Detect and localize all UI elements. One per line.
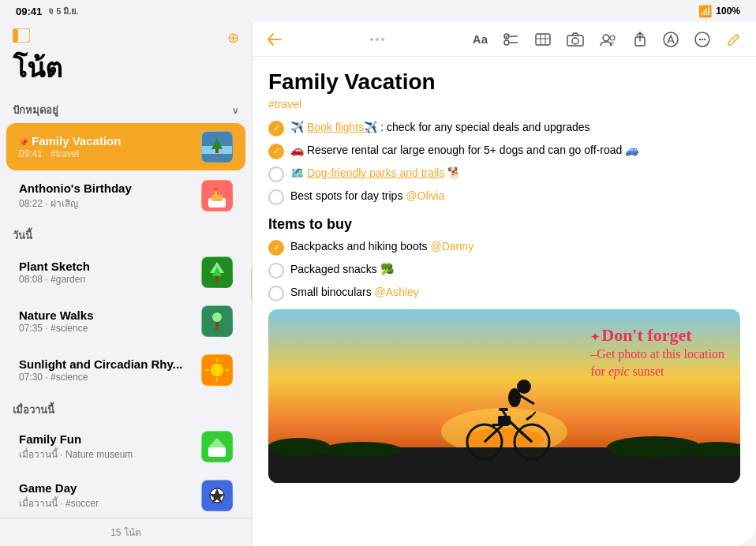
svg-point-20 — [211, 364, 223, 376]
section-pinned-header: ปักหมุดอยู่ ∨ — [0, 95, 252, 122]
note-name: 📌Family Vacation — [19, 134, 193, 148]
note-item-nature-walks[interactable]: Nature Walks 07:35 · #science — [6, 297, 245, 345]
time: 09:41 — [16, 6, 42, 17]
note-meta: 08:22 · ฝาเสิญ — [19, 196, 193, 211]
note-name: Game Day — [19, 481, 193, 495]
parks-trails-link[interactable]: Dog-friendly parks and trails — [307, 166, 444, 179]
section-today-header: วันนี้ — [0, 221, 252, 247]
note-title: Family Vacation — [268, 69, 740, 95]
note-name: Sunlight and Circadian Rhy... — [19, 357, 193, 371]
handwritten-line2: –Get photo at this locationfor epic suns… — [590, 346, 724, 381]
note-meta: 09:41 · #travel — [19, 148, 193, 159]
buy-item-3: Small binoculars @Ashley — [268, 285, 740, 301]
checklist-item-3: 🗺️ Dog-friendly parks and trails 🐕 — [268, 166, 740, 182]
note-tag: #travel — [268, 98, 740, 110]
note-meta: เมื่อวานนี้ · Nature museum — [19, 447, 193, 462]
markup-button[interactable] — [660, 30, 682, 49]
sidebar-toggle-button[interactable] — [13, 28, 30, 47]
note-info: Family Fun เมื่อวานนี้ · Nature museum — [19, 432, 193, 462]
note-item-birthday[interactable]: Anthonio's Birthday 08:22 · ฝาเสิญ — [6, 172, 245, 219]
note-item-family-fun[interactable]: Family Fun เมื่อวานนี้ · Nature museum — [6, 423, 245, 470]
checklist-text-3: 🗺️ Dog-friendly parks and trails 🐕 — [290, 166, 740, 181]
checkbox-3[interactable] — [268, 166, 284, 182]
note-info: Nature Walks 07:35 · #science — [19, 309, 193, 334]
checkbox-1[interactable]: ✓ — [268, 121, 284, 136]
svg-rect-15 — [215, 276, 219, 282]
table-button[interactable] — [532, 31, 554, 48]
toolbar-center-dots — [370, 38, 384, 41]
section-today-label: วันนี้ — [13, 227, 32, 244]
note-item-game-day[interactable]: Game Day เมื่อวานนี้ · #soccer — [6, 472, 245, 518]
note-info: Anthonio's Birthday 08:22 · ฝาเสิญ — [19, 181, 193, 211]
mention-button[interactable] — [597, 31, 620, 48]
toolbar-right: Aa — [470, 30, 745, 49]
svg-point-11 — [215, 188, 218, 191]
back-arrow-button[interactable] — [264, 31, 286, 48]
note-thumbnail — [201, 480, 233, 511]
pin-icon: 📌 — [19, 138, 28, 147]
checkbox-2[interactable]: ✓ — [268, 144, 284, 159]
sidebar-scroll[interactable]: ปักหมุดอยู่ ∨ 📌Family Vacation 09:41 · #… — [0, 95, 252, 518]
note-info: Game Day เมื่อวานนี้ · #soccer — [19, 481, 193, 510]
main-layout: ⊕ โน้ต ปักหมุดอยู่ ∨ 📌Family Vacation 09 — [0, 22, 756, 546]
section-yesterday-label: เมื่อวานนี้ — [13, 402, 54, 418]
note-meta: 07:30 · #science — [19, 372, 193, 383]
sidebar: ⊕ โน้ต ปักหมุดอยู่ ∨ 📌Family Vacation 09 — [0, 22, 253, 546]
note-info: 📌Family Vacation 09:41 · #travel — [19, 134, 193, 159]
toolbar-left — [264, 31, 286, 48]
checklist-item-2: ✓ 🚗 Reserve rental car large enough for … — [268, 143, 740, 159]
checklist-item-1: ✓ ✈️ Book flights✈️ : check for any spec… — [268, 120, 740, 136]
handwritten-annotation: ✦Don't forget –Get photo at this locatio… — [590, 325, 724, 381]
battery-icon: 100% — [716, 6, 740, 17]
book-flights-link[interactable]: Book flights✈️ — [307, 121, 377, 133]
status-bar: 09:41 จ 5 มิ.ย. 📶 100% — [0, 0, 756, 22]
checklist-button[interactable] — [500, 31, 522, 48]
more-options-button[interactable] — [691, 30, 713, 49]
svg-point-56 — [268, 438, 331, 457]
note-thumbnail — [201, 305, 233, 337]
share-button[interactable] — [630, 30, 650, 49]
date: จ — [48, 4, 53, 18]
note-item-family-vacation[interactable]: 📌Family Vacation 09:41 · #travel — [6, 123, 245, 170]
checklist-text-4: Best spots for day trips @Olivia — [290, 189, 740, 204]
note-meta: 08:08 · #garden — [19, 274, 193, 285]
note-thumbnail — [201, 354, 233, 386]
note-item-sunlight[interactable]: Sunlight and Circadian Rhy... 07:30 · #s… — [6, 346, 245, 394]
sidebar-footer: 15 โน้ต — [0, 518, 252, 546]
buy-checkbox-1[interactable]: ✓ — [268, 240, 284, 256]
checkbox-4[interactable] — [268, 189, 284, 205]
text-format-button[interactable]: Aa — [470, 31, 491, 47]
note-thumbnail — [201, 431, 233, 462]
resize-handle[interactable] — [251, 268, 253, 300]
buy-checkbox-3[interactable] — [268, 286, 284, 301]
note-thumbnail — [201, 180, 233, 211]
svg-point-72 — [517, 380, 531, 394]
svg-rect-4 — [202, 154, 232, 162]
svg-rect-6 — [215, 149, 219, 153]
handwritten-line1: ✦Don't forget — [590, 325, 724, 346]
svg-point-17 — [212, 312, 222, 322]
date-full: 5 มิ.ย. — [56, 4, 78, 18]
buy-item-2: Packaged snacks 🥦 — [268, 262, 740, 279]
note-content: Family Vacation #travel ✓ ✈️ Book flight… — [253, 57, 756, 546]
section-pinned-chevron[interactable]: ∨ — [232, 105, 239, 116]
note-info: Plant Sketch 08:08 · #garden — [19, 260, 193, 285]
note-image: ✦Don't forget –Get photo at this locatio… — [268, 309, 740, 483]
mention-olivia: @Olivia — [406, 189, 444, 202]
note-item-plant-sketch[interactable]: Plant Sketch 08:08 · #garden — [6, 249, 245, 296]
buy-text-2: Packaged snacks 🥦 — [290, 262, 740, 278]
svg-rect-18 — [215, 322, 219, 330]
camera-button[interactable] — [563, 31, 587, 48]
svg-point-42 — [572, 38, 578, 44]
compose-button[interactable] — [723, 30, 745, 49]
ipad-frame: 09:41 จ 5 มิ.ย. 📶 100% ⊕ — [0, 0, 756, 546]
mention-ashley: @Ashley — [375, 286, 419, 298]
buy-checkbox-2[interactable] — [268, 263, 284, 279]
section-yesterday-header: เมื่อวานนี้ — [0, 395, 252, 421]
buy-text-1: Backpacks and hiking boots @Danny — [290, 239, 740, 255]
dot1 — [370, 38, 373, 41]
sidebar-header-icons: ⊕ — [0, 22, 252, 47]
new-note-options-button[interactable]: ⊕ — [227, 29, 239, 47]
svg-rect-1 — [13, 28, 18, 43]
section-pinned-label: ปักหมุดอยู่ — [13, 102, 58, 118]
